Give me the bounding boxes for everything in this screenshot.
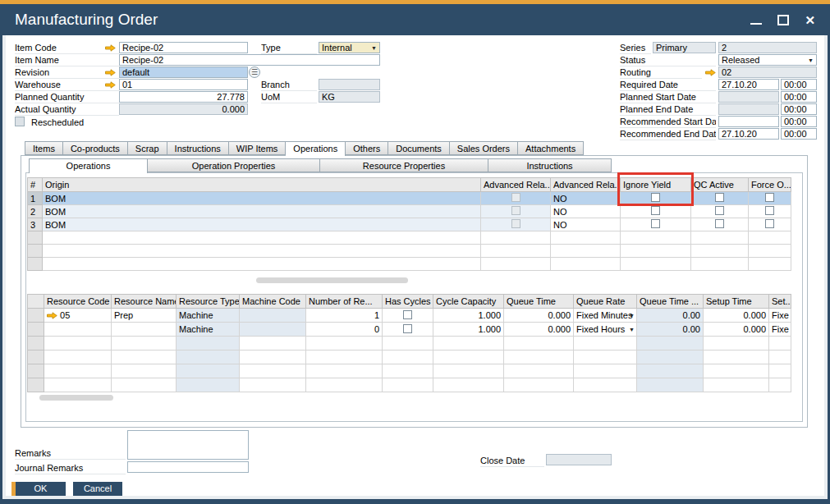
grid-cell[interactable]: Fixe — [769, 323, 791, 337]
grid-cell[interactable] — [383, 323, 433, 337]
checkbox[interactable] — [715, 193, 724, 202]
revision-field[interactable]: default — [119, 66, 248, 78]
checkbox[interactable] — [715, 206, 724, 215]
grid-cell[interactable]: 1.000 — [433, 309, 504, 323]
recommended-start-date-field[interactable] — [718, 116, 779, 127]
item-code-link-arrow-icon[interactable] — [105, 44, 116, 52]
journal-remarks-field[interactable] — [127, 461, 249, 473]
grid-cell[interactable]: 2 — [28, 205, 43, 218]
warehouse-link-arrow-icon[interactable] — [105, 81, 116, 89]
grid-cell[interactable] — [481, 205, 551, 218]
maximize-icon[interactable] — [777, 15, 789, 25]
item-code-field[interactable]: Recipe-02 — [119, 42, 248, 53]
warehouse-field[interactable]: 01 — [119, 79, 248, 90]
planned-end-time-field[interactable]: 00:00 — [781, 103, 817, 115]
revision-link-arrow-icon[interactable] — [105, 69, 116, 76]
checkbox[interactable] — [403, 324, 412, 333]
tab-instructions[interactable]: Instructions — [488, 158, 612, 172]
ok-button[interactable]: OK — [11, 482, 66, 496]
planned-quantity-field[interactable]: 27.778 — [119, 91, 248, 103]
required-date-field[interactable]: 27.10.20 — [718, 79, 779, 90]
recommended-end-date-field[interactable]: 27.10.20 — [718, 128, 779, 140]
grid-cell[interactable] — [240, 309, 306, 323]
minimize-icon[interactable] — [750, 23, 762, 25]
grid-cell[interactable]: 0.00 — [637, 309, 704, 323]
grid-cell[interactable]: NO — [551, 205, 621, 218]
grid-cell[interactable]: Fixe — [769, 309, 791, 323]
required-time-field[interactable]: 00:00 — [781, 79, 817, 90]
grid-cell[interactable] — [481, 192, 551, 205]
grid-cell[interactable]: Machine — [177, 309, 240, 323]
grid-cell[interactable] — [691, 205, 749, 218]
grid-cell[interactable] — [621, 218, 691, 231]
grid-cell[interactable]: Fixed Hours▼ — [574, 323, 637, 337]
grid-cell[interactable]: 1.000 — [433, 323, 504, 337]
grid-cell[interactable]: BOM — [43, 218, 481, 231]
checkbox[interactable] — [715, 219, 724, 228]
grid-cell[interactable]: BOM — [43, 192, 481, 205]
grid-cell[interactable]: 0 — [306, 323, 383, 337]
checkbox[interactable] — [765, 206, 774, 215]
grid-cell[interactable] — [240, 323, 306, 337]
status-dropdown[interactable]: Released▼ — [718, 54, 817, 66]
tab-resource-properties[interactable]: Resource Properties — [320, 158, 488, 172]
grid-cell[interactable] — [691, 192, 749, 205]
tab-co-products[interactable]: Co-products — [63, 141, 128, 155]
grid-cell[interactable] — [28, 323, 44, 337]
grid-cell[interactable]: Prep — [112, 309, 177, 323]
checkbox[interactable] — [403, 310, 412, 319]
recommended-start-time-field[interactable]: 00:00 — [781, 116, 817, 127]
tab-instructions[interactable]: Instructions — [167, 141, 229, 155]
grid-cell[interactable]: BOM — [43, 205, 481, 218]
grid-cell[interactable]: Machine — [177, 323, 240, 337]
grid-cell[interactable] — [691, 218, 749, 231]
grid-cell[interactable]: 05 — [44, 309, 112, 323]
item-name-field[interactable]: Recipe-02 — [119, 54, 380, 66]
grid-cell[interactable] — [621, 205, 691, 218]
planned-start-time-field[interactable]: 00:00 — [781, 91, 817, 103]
revision-list-icon[interactable]: ☰ — [249, 66, 260, 78]
checkbox[interactable] — [765, 193, 774, 202]
grid-cell[interactable] — [28, 309, 44, 323]
tab-operations[interactable]: Operations — [286, 141, 346, 156]
checkbox[interactable] — [765, 219, 774, 228]
operations-grid-hscrollbar-thumb[interactable] — [256, 277, 408, 283]
resources-grid-hscrollbar-thumb[interactable] — [39, 395, 113, 401]
grid-cell[interactable]: 0.000 — [704, 323, 769, 337]
grid-cell[interactable] — [112, 323, 177, 337]
grid-cell[interactable]: Fixed Minutes▼ — [574, 309, 637, 323]
link-arrow-icon[interactable] — [47, 312, 57, 319]
tab-items[interactable]: Items — [25, 141, 63, 155]
grid-cell[interactable]: 1 — [28, 192, 43, 205]
grid-cell[interactable] — [749, 205, 791, 218]
recommended-end-time-field[interactable]: 00:00 — [781, 128, 817, 140]
grid-cell[interactable]: 3 — [28, 218, 43, 231]
grid-cell[interactable]: 0.000 — [504, 323, 574, 337]
grid-cell[interactable] — [44, 323, 112, 337]
routing-link-arrow-icon[interactable] — [705, 69, 716, 76]
tab-scrap[interactable]: Scrap — [128, 141, 167, 155]
close-icon[interactable]: ✕ — [805, 15, 815, 25]
tab-others[interactable]: Others — [346, 141, 388, 155]
cancel-button[interactable]: Cancel — [73, 482, 122, 496]
checkbox[interactable] — [651, 219, 660, 228]
grid-cell[interactable] — [481, 218, 551, 231]
grid-cell[interactable]: NO — [551, 218, 621, 231]
grid-cell[interactable]: 0.00 — [637, 323, 704, 337]
grid-cell[interactable]: 0.000 — [704, 309, 769, 323]
grid-cell[interactable] — [749, 218, 791, 231]
grid-cell[interactable] — [383, 309, 433, 323]
tab-operation-properties[interactable]: Operation Properties — [148, 158, 320, 172]
tab-wip-items[interactable]: WIP Items — [229, 141, 287, 155]
tab-attachments[interactable]: Attachments — [518, 141, 584, 155]
type-dropdown[interactable]: Internal▼ — [319, 42, 380, 53]
remarks-textarea[interactable] — [127, 430, 249, 460]
tab-sales-orders[interactable]: Sales Orders — [450, 141, 518, 155]
grid-cell[interactable] — [749, 192, 791, 205]
tab-documents[interactable]: Documents — [388, 141, 450, 155]
tab-operations[interactable]: Operations — [29, 158, 148, 173]
grid-cell[interactable]: 1 — [306, 309, 383, 323]
grid-cell[interactable]: 0.000 — [504, 309, 574, 323]
grid-cell[interactable]: NO — [551, 192, 621, 205]
checkbox[interactable] — [651, 206, 660, 215]
